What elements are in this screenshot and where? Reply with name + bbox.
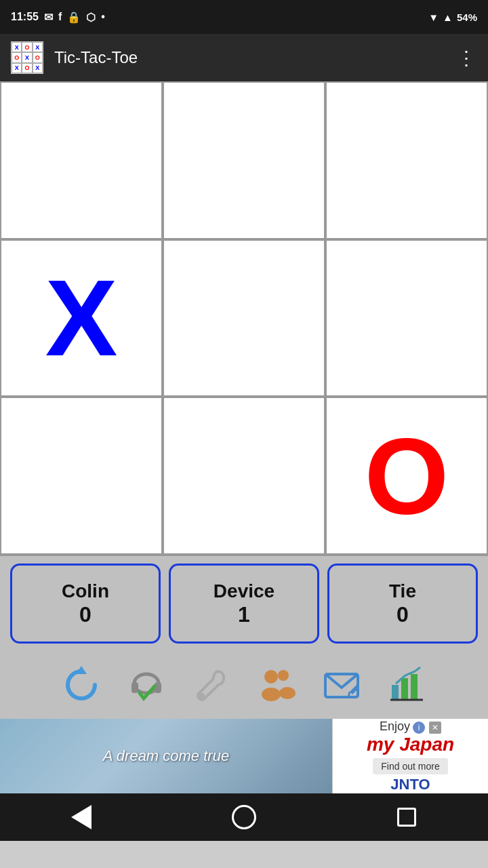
- svg-point-8: [279, 687, 296, 699]
- player2-score-box: Device 1: [169, 564, 319, 644]
- cell-o-mark: O: [365, 422, 449, 530]
- board-cell-0-2[interactable]: [325, 81, 488, 239]
- status-right: ▼ ▲ 54%: [428, 12, 477, 23]
- nav-bar: [0, 793, 488, 841]
- svg-point-7: [278, 670, 289, 681]
- ad-info-icon: i: [413, 722, 425, 734]
- message-button[interactable]: [317, 660, 366, 709]
- scoreboard: Colin 0 Device 1 Tie 0: [0, 556, 488, 651]
- svg-point-5: [264, 670, 278, 684]
- recents-icon: [397, 808, 416, 827]
- time: 11:55: [11, 11, 39, 23]
- board-cell-2-2[interactable]: O: [325, 397, 488, 555]
- board-cell-0-1[interactable]: [163, 81, 325, 239]
- player2-score: 1: [238, 602, 250, 627]
- home-button[interactable]: [217, 804, 271, 831]
- svg-point-6: [262, 688, 281, 701]
- ad-brand: JNTO: [390, 776, 430, 793]
- cell-x-mark: X: [45, 264, 118, 372]
- tie-name: Tie: [389, 580, 416, 602]
- board-cell-1-0[interactable]: X: [0, 239, 163, 397]
- svg-rect-2: [131, 682, 138, 693]
- svg-line-10: [348, 692, 350, 697]
- player1-score: 0: [79, 602, 92, 627]
- ad-tagline: A dream come true: [103, 747, 229, 765]
- home-icon: [232, 805, 256, 829]
- svg-point-4: [199, 693, 205, 698]
- chart-button[interactable]: [382, 660, 431, 709]
- player2-name: Device: [214, 580, 274, 602]
- icon-cell-9: X: [33, 63, 43, 73]
- back-icon: [71, 805, 92, 829]
- player1-name: Colin: [62, 580, 109, 602]
- ad-info-row: i ✕: [413, 722, 441, 734]
- icon-cell-7: X: [12, 63, 22, 73]
- tie-score-box: Tie 0: [327, 564, 478, 644]
- settings-button[interactable]: [187, 660, 236, 709]
- board-cell-1-2[interactable]: [325, 239, 488, 397]
- users-icon: [256, 665, 297, 705]
- icon-cell-4: O: [12, 52, 22, 62]
- toolbar-row: [0, 651, 488, 719]
- ad-banner[interactable]: A dream come true Enjoy i ✕ my Japan Fin…: [0, 719, 488, 793]
- icon-cell-1: X: [12, 42, 22, 52]
- app-icon: X O X O X O X O X: [11, 41, 43, 74]
- icon-cell-5: X: [22, 52, 32, 62]
- board-cell-1-1[interactable]: [163, 239, 325, 397]
- wifi-icon: ▼: [428, 12, 439, 23]
- player1-score-box: Colin 0: [10, 564, 161, 644]
- icon-cell-2: O: [22, 42, 32, 52]
- icon-cell-8: O: [22, 63, 32, 73]
- game-board: X O: [0, 81, 488, 556]
- ad-enjoy-text: Enjoy: [380, 719, 410, 734]
- status-left: 11:55 ✉ f 🔒 ⬡ •: [11, 11, 105, 24]
- cast-icon: ⬡: [86, 11, 96, 24]
- ad-left: A dream come true: [0, 719, 332, 793]
- tie-score: 0: [396, 602, 409, 627]
- board-cell-2-0[interactable]: [0, 397, 163, 555]
- mail-icon: [321, 665, 362, 705]
- recents-button[interactable]: [380, 804, 434, 831]
- ad-right: Enjoy i ✕ my Japan Find out more JNTO: [332, 719, 488, 793]
- audio-button[interactable]: [122, 660, 171, 709]
- lock-icon: 🔒: [67, 11, 81, 24]
- back-button[interactable]: [54, 804, 108, 831]
- icon-cell-6: O: [33, 52, 43, 62]
- ad-close-button[interactable]: ✕: [429, 722, 441, 734]
- battery: 54%: [457, 12, 477, 23]
- headset-icon: [126, 665, 167, 705]
- icon-cell-3: X: [33, 42, 43, 52]
- signal-icon: ▲: [443, 12, 453, 23]
- refresh-icon: [61, 665, 102, 705]
- svg-rect-11: [392, 685, 399, 700]
- refresh-button[interactable]: [57, 660, 106, 709]
- app-title: Tic-Tac-Toe: [54, 48, 446, 67]
- wrench-icon: [191, 665, 232, 705]
- board-cell-0-0[interactable]: [0, 81, 163, 239]
- chart-icon: [386, 665, 427, 705]
- ad-my-japan: my Japan: [367, 734, 454, 755]
- svg-rect-13: [411, 674, 418, 700]
- ad-enjoy-row: Enjoy i ✕: [380, 719, 441, 734]
- svg-rect-12: [401, 678, 408, 700]
- dot-icon: •: [101, 11, 105, 23]
- ad-find-more[interactable]: Find out more: [373, 758, 447, 774]
- players-button[interactable]: [252, 660, 301, 709]
- app-bar: X O X O X O X O X Tic-Tac-Toe ⋮: [0, 34, 488, 81]
- facebook-icon: f: [58, 11, 62, 23]
- board-cell-2-1[interactable]: [163, 397, 325, 555]
- status-bar: 11:55 ✉ f 🔒 ⬡ • ▼ ▲ 54%: [0, 0, 488, 34]
- gmail-icon: ✉: [44, 11, 53, 24]
- overflow-menu-button[interactable]: ⋮: [457, 47, 477, 69]
